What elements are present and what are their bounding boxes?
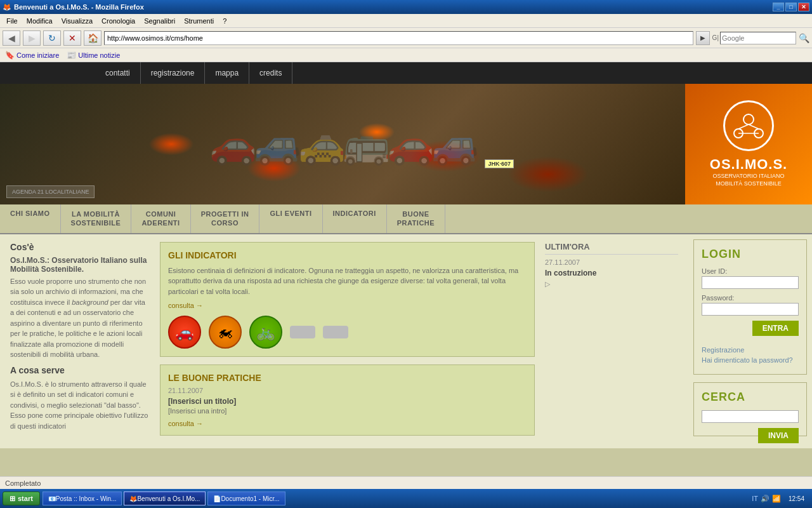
ultimora-arrow[interactable]: ▷ [545,280,678,288]
indicators-text: Esistono centinaia di definizioni di ind… [168,265,527,297]
cose-text: Esso vuole proporre uno strumento che no… [10,276,150,360]
menu-visualizza[interactable]: Visualizza [58,16,96,26]
menu-help[interactable]: ? [219,16,230,26]
hero-image: 🚗🚙🚕🚌🚗🚙 JHK·607 AGENDA 21 LOCALITALIANE [0,84,685,204]
agenda-badge: AGENDA 21 LOCALITALIANE [6,185,95,198]
maximize-button[interactable]: □ [785,3,797,11]
hero-section: 🚗🚙🚕🚌🚗🚙 JHK·607 AGENDA 21 LOCALITALIANE [0,84,812,204]
buone-consulta-link[interactable]: consulta → [168,420,527,427]
nav-buone-pratiche[interactable]: BUONEPRATICHE [387,204,445,233]
search-input[interactable] [720,32,796,44]
buone-intro: [Inserisci una intro] [168,407,527,415]
user-id-label: User ID: [702,267,799,275]
website: contatti registrazione mappa credits 🚗🚙🚕… [0,62,812,448]
ultimora-box: ULTIM'ORA 27.11.2007 In costruzione ▷ [545,242,678,288]
forward-button[interactable]: ▶ [23,30,41,46]
search-icon[interactable]: 🔍 [799,33,809,43]
traffic-image: 🚗🚙🚕🚌🚗🚙 JHK·607 [0,84,685,204]
hero-logo-box: OS.I.MO.S. OSSERVATORIO ITALIANOMOBILITÀ… [685,84,812,204]
login-links: Registrazione Hai dimenticato la passwor… [702,341,799,364]
nav-credits[interactable]: credits [249,62,292,84]
browser-viewport: contatti registrazione mappa credits 🚗🚙🚕… [0,62,812,469]
nav-eventi[interactable]: GLI EVENTI [259,204,322,233]
back-button[interactable]: ◀ [3,30,20,46]
close-button[interactable]: ✕ [798,3,809,11]
acosa-title: A cosa serve [10,365,150,375]
left-column: Cos'è Os.I.Mo.S.: Osservatorio Italiano … [10,242,150,441]
svg-line-4 [749,124,759,129]
main-navigation: CHI SIAMO LA MOBILITÀSOSTENIBILE COMUNIA… [0,204,812,234]
cose-title: Cos'è [10,242,150,252]
buone-pratiche-title: LE BUONE PRATICHE [168,373,527,383]
content-wrapper: Cos'è Os.I.Mo.S.: Osservatorio Italiano … [0,234,812,448]
sidebar-right: LOGIN User ID: Password: ENTRA Registraz… [688,234,812,448]
nav-progetti[interactable]: PROGETTI INCORSO [191,204,260,233]
search-bar: G| [712,32,796,44]
cerca-box: CERCA INVIA [693,382,807,436]
login-title: LOGIN [702,248,799,261]
password-input[interactable] [702,303,799,316]
entra-button[interactable]: ENTRA [752,321,799,336]
buone-pratiche-box: LE BUONE PRATICHE 21.11.2007 [Inserisci … [160,364,535,436]
indicator-grey-2 [323,326,348,338]
window-title: Benvenuti a Os.I.Mo.S. - Mozilla Firefox [14,3,144,11]
indicators-title: GLI INDICATORI [168,250,527,260]
menu-bar: File Modifica Visualizza Cronologia Segn… [0,14,812,28]
menu-strumenti[interactable]: Strumenti [180,16,218,26]
indicators-box: GLI INDICATORI Esistono centinaia di def… [160,242,535,358]
login-box: LOGIN User ID: Password: ENTRA Registraz… [693,239,807,375]
cerca-input[interactable] [702,410,799,423]
minimize-button[interactable]: _ [773,3,784,11]
moto-icon[interactable]: 🏍 [209,316,242,349]
nav-mobilita[interactable]: LA MOBILITÀSOSTENIBILE [61,204,132,233]
right-column: ULTIM'ORA 27.11.2007 In costruzione ▷ [545,242,678,441]
bookmark-icon-1: 🔖 [5,51,15,60]
forgot-password-link[interactable]: Hai dimenticato la password? [702,356,799,364]
window-controls[interactable]: _ □ ✕ [773,3,809,11]
buone-headline: [Inserisci un titolo] [168,397,527,406]
nav-contatti[interactable]: contatti [95,62,141,84]
ultimora-title: ULTIM'ORA [545,242,678,255]
search-engine-label: G| [712,34,719,41]
car-icon[interactable]: 🚗 [168,316,201,349]
nav-comuni[interactable]: COMUNIADERENTI [131,204,190,233]
indicator-grey-1 [290,326,315,338]
menu-file[interactable]: File [3,16,22,26]
indicators-consulta-link[interactable]: consulta → [168,302,527,309]
svg-point-0 [743,114,754,124]
invia-button[interactable]: INVIA [758,428,799,443]
content-main: Cos'è Os.I.Mo.S.: Osservatorio Italiano … [0,234,688,448]
page-scroll[interactable]: contatti registrazione mappa credits 🚗🚙🚕… [0,62,812,469]
bookmark-ultime-notizie[interactable]: 📰 Ultime notizie [67,51,120,60]
svg-line-3 [738,124,749,129]
ultimora-date: 27.11.2007 [545,258,678,266]
cerca-title: CERCA [702,391,799,404]
navigation-toolbar: ◀ ▶ ↻ ✕ 🏠 http://www.osimos.it/cms/home … [0,28,812,48]
osimos-logo-icon [723,100,774,151]
bookmark-come-iniziare[interactable]: 🔖 Come iniziare [5,51,59,60]
bookmarks-bar: 🔖 Come iniziare 📰 Ultime notizie [0,48,812,62]
menu-segnalibri[interactable]: Segnalibri [140,16,179,26]
refresh-button[interactable]: ↻ [43,30,61,46]
nav-indicatori[interactable]: INDICATORI [323,204,387,233]
menu-cronologia[interactable]: Cronologia [98,16,139,26]
registrazione-link[interactable]: Registrazione [702,346,799,354]
bookmark-icon-2: 📰 [67,51,76,60]
nav-mappa[interactable]: mappa [205,62,249,84]
nav-chi-siamo[interactable]: CHI SIAMO [0,204,61,233]
home-button[interactable]: 🏠 [84,30,102,46]
bike-icon[interactable]: 🚲 [249,316,282,349]
cose-subtitle: Os.I.Mo.S.: Osservatorio Italiano sulla … [10,256,150,274]
address-bar[interactable]: http://www.osimos.it/cms/home [104,31,693,45]
stop-button[interactable]: ✕ [63,30,81,46]
go-button[interactable]: ▶ [696,31,710,45]
title-bar-left: 🦊 Benvenuti a Os.I.Mo.S. - Mozilla Firef… [3,3,144,11]
acosa-text: Os.I.Mo.S. è lo strumento attraverso il … [10,379,150,432]
nav-registrazione[interactable]: registrazione [141,62,206,84]
url-text: http://www.osimos.it/cms/home [107,34,690,42]
menu-modifica[interactable]: Modifica [23,16,56,26]
title-bar: 🦊 Benvenuti a Os.I.Mo.S. - Mozilla Firef… [0,0,812,14]
buone-date: 21.11.2007 [168,387,527,394]
osimos-subtitle: OSSERVATORIO ITALIANOMOBILITÀ SOSTENIBIL… [712,173,784,187]
user-id-input[interactable] [702,276,799,289]
